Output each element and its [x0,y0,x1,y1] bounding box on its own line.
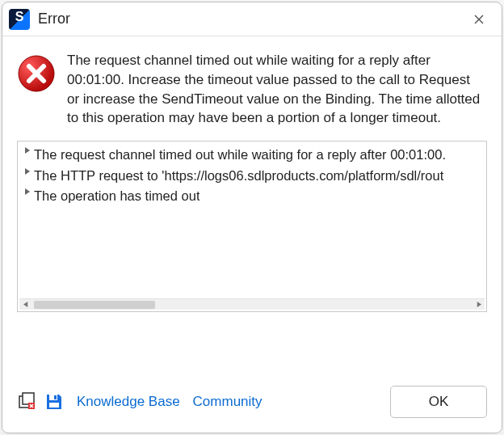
ok-button[interactable]: OK [390,386,487,418]
scroll-right-arrow-icon[interactable] [472,299,485,310]
details-list: The request channel timed out while wait… [18,141,486,297]
error-dialog: Error The request channel [2,2,502,433]
content-area: The request channel timed out while wait… [2,36,502,128]
knowledge-base-link[interactable]: Knowledge Base [77,394,180,410]
svg-marker-9 [477,302,481,307]
svg-marker-7 [25,188,30,195]
details-item-text: The operation has timed out [34,186,200,207]
svg-marker-5 [25,147,30,154]
close-button[interactable] [464,8,494,31]
horizontal-scrollbar[interactable] [19,298,485,310]
details-item-text: The request channel timed out while wait… [34,145,446,166]
community-link[interactable]: Community [193,394,262,410]
chevron-right-icon[interactable] [21,147,34,154]
details-item[interactable]: The request channel timed out while wait… [19,145,485,166]
save-details-button[interactable] [44,392,64,412]
error-message: The request channel timed out while wait… [67,51,484,128]
svg-marker-6 [25,168,30,175]
titlebar: Error [2,2,502,36]
details-item-text: The HTTP request to 'https://logs06.sdlp… [34,166,443,187]
footer: Knowledge Base Community OK [2,373,502,433]
close-icon [474,15,484,24]
copy-details-button[interactable] [17,392,36,412]
svg-rect-11 [23,393,34,404]
svg-rect-16 [54,395,57,399]
chevron-right-icon[interactable] [21,188,34,195]
svg-marker-8 [23,302,27,307]
chevron-right-icon[interactable] [21,168,34,175]
window-title: Error [38,11,70,27]
details-item[interactable]: The operation has timed out [19,186,485,207]
scroll-left-arrow-icon[interactable] [19,299,32,310]
error-icon [17,54,56,93]
svg-rect-17 [49,403,59,408]
scrollbar-thumb[interactable] [34,301,155,309]
details-box: The request channel timed out while wait… [17,141,487,312]
app-icon [9,9,30,30]
details-item[interactable]: The HTTP request to 'https://logs06.sdlp… [19,166,485,187]
